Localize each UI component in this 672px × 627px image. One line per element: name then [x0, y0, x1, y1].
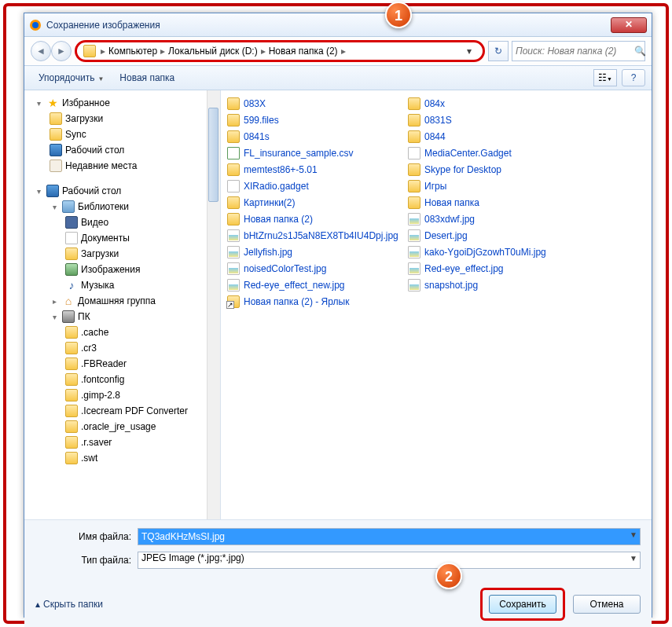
file-label: Новая папка (2) - Ярлык [244, 296, 349, 307]
file-label: Red-eye_effect.jpg [424, 263, 504, 274]
tree-desktop[interactable]: ▾Рабочий стол [26, 183, 220, 199]
filetype-value: JPEG Image (*.jpg;*.jpg) [141, 552, 244, 563]
tree-libraries[interactable]: ▾Библиотеки [26, 199, 220, 214]
hide-folders-label: Скрыть папки [43, 599, 103, 610]
file-item[interactable]: kako-YgoiDjGzowhT0uMi.jpg [405, 244, 586, 260]
folder-icon [227, 163, 240, 176]
chevron-down-icon[interactable]: ▼ [630, 554, 637, 563]
close-button[interactable]: ✕ [611, 17, 647, 33]
filetype-select[interactable]: JPEG Image (*.jpg;*.jpg) [138, 552, 641, 569]
filename-input[interactable] [138, 528, 641, 545]
recent-icon [50, 160, 62, 172]
file-item[interactable]: Новая папка (2) - Ярлык [224, 293, 405, 310]
tree-item[interactable]: .r.saver [26, 434, 220, 450]
nav-back-button[interactable]: ◄ [31, 41, 51, 61]
file-item[interactable]: 083X [224, 95, 405, 112]
file-item[interactable]: Red-eye_effect_new.jpg [224, 277, 405, 293]
file-label: Skype for Desktop [424, 164, 501, 175]
scrollbar-thumb[interactable] [208, 108, 218, 202]
save-button[interactable]: Сохранить [489, 595, 556, 614]
tree-item[interactable]: Изображения [26, 262, 220, 277]
address-dropdown[interactable]: ▾ [462, 46, 476, 57]
downloads-icon [50, 112, 62, 125]
new-folder-button[interactable]: Новая папка [112, 69, 182, 86]
refresh-button[interactable]: ↻ [488, 41, 509, 61]
tree-item[interactable]: .cr3 [26, 340, 220, 356]
tree-label: .FBReader [81, 358, 127, 369]
file-item[interactable]: 084x [405, 95, 586, 112]
breadcrumb-segment[interactable]: Новая папка (2) [267, 46, 340, 57]
file-item[interactable]: MediaCenter.Gadget [405, 145, 586, 161]
filetype-label: Тип файла: [35, 555, 138, 566]
file-item[interactable]: Red-eye_effect.jpg [405, 260, 586, 277]
tree-label: .gimp-2.8 [81, 390, 120, 401]
folder-icon [408, 196, 420, 209]
sidebar-scrollbar[interactable] [207, 90, 220, 519]
file-item[interactable]: Skype for Desktop [405, 161, 586, 178]
homegroup-icon: ⌂ [62, 295, 75, 307]
address-bar[interactable]: ▸ Компьютер ▸ Локальный диск (D:) ▸ Нова… [75, 40, 485, 62]
save-form: Имя файла: ▼ Тип файла: JPEG Image (*.jp… [24, 519, 652, 581]
breadcrumb-segment[interactable]: Локальный диск (D:) [167, 46, 259, 57]
tree-item[interactable]: Sync [26, 126, 220, 142]
csv-icon [227, 147, 240, 160]
tree-homegroup[interactable]: ▸⌂Домашняя группа [26, 293, 220, 309]
file-item[interactable]: 0831S [405, 112, 586, 128]
cancel-button[interactable]: Отмена [573, 595, 641, 614]
file-item[interactable]: snapshot.jpg [405, 277, 586, 293]
search-icon[interactable]: 🔍 [634, 46, 646, 57]
file-item[interactable]: memtest86+-5.01 [224, 161, 405, 178]
help-button[interactable]: ? [622, 69, 645, 86]
document-icon [65, 232, 78, 244]
file-item[interactable]: 0841s [224, 128, 405, 145]
file-item[interactable]: Jellyfish.jpg [224, 244, 405, 260]
jpeg-icon [227, 262, 240, 275]
link-icon [227, 295, 240, 308]
jpeg-icon [227, 279, 240, 292]
folder-icon [408, 130, 420, 143]
tree-item[interactable]: .cache [26, 324, 220, 340]
hide-folders-toggle[interactable]: ▴ Скрыть папки [35, 599, 103, 610]
nav-forward-button[interactable]: ► [51, 41, 72, 61]
libraries-icon [62, 200, 75, 213]
file-item[interactable]: bHtZrnu2s1J5aN8EX8Tb4IU4Dpj.jpg [224, 227, 405, 244]
downloads-icon [65, 248, 78, 260]
tree-item[interactable]: .gimp-2.8 [26, 387, 220, 403]
tree-item[interactable]: Загрузки [26, 111, 220, 126]
organize-menu[interactable]: Упорядочить▼ [31, 69, 112, 86]
file-item[interactable]: XIRadio.gadget [224, 178, 405, 194]
file-item[interactable]: Новая папка [405, 194, 586, 211]
tree-item[interactable]: Документы [26, 230, 220, 246]
search-input[interactable] [516, 46, 634, 57]
tree-item[interactable]: Недавние места [26, 158, 220, 174]
file-list: 083X599.files0841sFL_insurance_sample.cs… [221, 90, 652, 519]
file-item[interactable]: Игры [405, 178, 586, 194]
search-field[interactable]: 🔍 [512, 41, 645, 61]
file-item[interactable]: 0844 [405, 128, 586, 145]
folder-icon [65, 420, 78, 433]
tree-label: .cache [81, 327, 108, 338]
file-item[interactable]: Desert.jpg [405, 227, 586, 244]
tree-pc[interactable]: ▾ПК [26, 309, 220, 324]
tree-favorites[interactable]: ▾★Избранное [26, 95, 220, 111]
tree-item[interactable]: .oracle_jre_usage [26, 419, 220, 434]
tree-item[interactable]: ♪Музыка [26, 277, 220, 293]
folder-icon [65, 389, 78, 402]
file-item[interactable]: 599.files [224, 112, 405, 128]
file-item[interactable]: Картинки(2) [224, 194, 405, 211]
tree-item[interactable]: .FBReader [26, 356, 220, 372]
file-item[interactable]: Новая папка (2) [224, 211, 405, 227]
tree-item[interactable]: .swt [26, 450, 220, 466]
tree-item[interactable]: .fontconfig [26, 372, 220, 387]
tree-item[interactable]: Загрузки [26, 246, 220, 262]
file-item[interactable]: noisedColorTest.jpg [224, 260, 405, 277]
tree-item[interactable]: Видео [26, 214, 220, 230]
file-item[interactable]: FL_insurance_sample.csv [224, 145, 405, 161]
tree-item[interactable]: Рабочий стол [26, 142, 220, 158]
breadcrumb-segment[interactable]: Компьютер [107, 46, 159, 57]
file-label: memtest86+-5.01 [244, 164, 318, 175]
chevron-down-icon[interactable]: ▼ [630, 530, 637, 539]
tree-item[interactable]: .Icecream PDF Converter [26, 403, 220, 419]
file-item[interactable]: 083xdwf.jpg [405, 211, 586, 227]
view-mode-button[interactable]: ☷▼ [593, 69, 617, 86]
